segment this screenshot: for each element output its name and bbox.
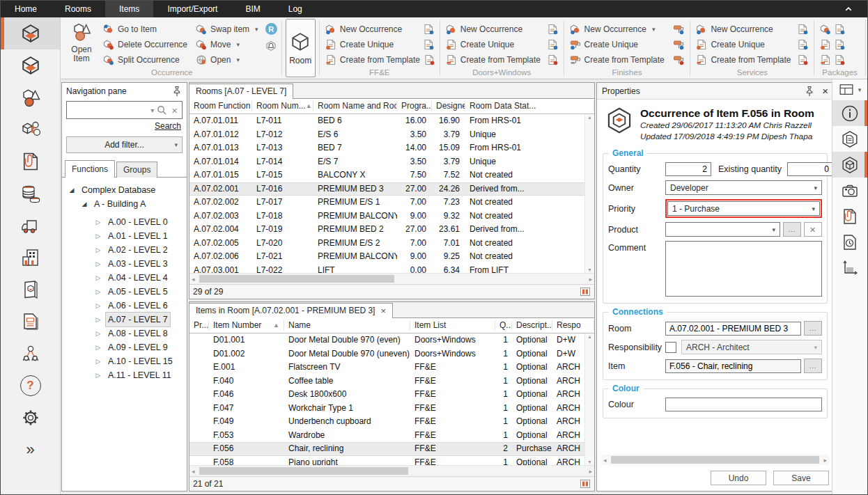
item-data-panel-button[interactable] [832, 126, 867, 152]
tree-item-root[interactable]: ◢ Complex Database [62, 183, 187, 197]
open-item-button[interactable]: Open Item [67, 19, 96, 66]
module-item-relations-button[interactable] [1, 113, 60, 146]
notification-cube-icon[interactable] [265, 40, 277, 52]
table-row[interactable]: A.07.02.003L7-018PREMIUM BALCONY 1 9.009… [189, 210, 594, 223]
collapse-ribbon-button[interactable] [830, 1, 867, 17]
column-header-room-name[interactable]: Room Name and Roo... [313, 101, 397, 111]
module-items-button[interactable] [1, 81, 60, 113]
column-header-quantity[interactable]: Q... [495, 320, 512, 331]
doc-minus-icon[interactable] [797, 39, 808, 50]
tree-item-level[interactable]: ▷ A.02 - LEVEL 2 [62, 243, 187, 257]
tree-collapsed-icon[interactable]: ▷ [94, 327, 102, 340]
tree-collapsed-icon[interactable]: ▷ [94, 271, 102, 285]
close-tab-icon[interactable]: × [380, 306, 386, 315]
column-header-priority[interactable]: Pr... [189, 320, 209, 331]
column-header-responsibility[interactable]: Respo [552, 320, 594, 331]
tree-item-building[interactable]: ◢ A - Building A [62, 197, 187, 211]
split-occurrence-button[interactable]: Split Occurrence [102, 52, 189, 68]
table-row[interactable]: F.040Coffee tableFF&E 1OptionalARCH [189, 375, 594, 388]
column-header-room-data-status[interactable]: Room Data Stat... [465, 101, 594, 111]
tree-item-level[interactable]: ▷ A.09 - LEVEL 9 [62, 340, 187, 354]
scrollbar-thumb[interactable] [199, 467, 408, 475]
tree-collapsed-icon[interactable]: ▷ [94, 243, 102, 257]
colour-input[interactable] [665, 398, 822, 411]
open-dropdown[interactable]: Open ▾ [194, 52, 260, 68]
images-panel-button[interactable] [832, 178, 867, 203]
tree-item-level[interactable]: ▷ A.06 - LEVEL 6 [62, 299, 187, 313]
comment-textarea[interactable] [665, 241, 822, 297]
tab-functions[interactable]: Functions [65, 160, 115, 178]
column-header-description[interactable]: Descript... [512, 320, 552, 331]
history-panel-button[interactable] [832, 229, 867, 255]
doc-edit-icon[interactable] [547, 24, 558, 35]
module-rooms-button[interactable] [1, 17, 60, 49]
properties-horizontal-scrollbar[interactable]: ◂ ▸ [601, 455, 829, 465]
package-doc-minus-icon[interactable] [834, 39, 845, 50]
table-row[interactable]: A.07.01.011L7-011BED 6 16.0016.90From HR… [189, 114, 594, 128]
tree-item-level[interactable]: ▷ A.03 - LEVEL 3 [62, 257, 187, 271]
table-row[interactable]: F.046Desk 1800x600FF&E 1OptionalARCH [189, 388, 594, 402]
column-header-designed[interactable]: Designe... [432, 101, 465, 111]
table-row[interactable]: A.07.02.004L7-019PREMIUM BED 2 27.0023.6… [189, 223, 594, 237]
undo-button[interactable]: Undo [711, 471, 766, 485]
module-help-button[interactable]: ? [1, 370, 60, 402]
menu-items[interactable]: Items [105, 1, 153, 17]
add-filter-dropdown[interactable]: Add filter... ▾ [66, 136, 183, 153]
package-doc-edit-icon[interactable] [834, 24, 845, 35]
tree-collapsed-icon[interactable]: ▷ [94, 285, 102, 299]
close-panel-icon[interactable]: × [822, 85, 828, 97]
search-input[interactable] [67, 105, 148, 115]
tree-collapsed-icon[interactable]: ▷ [94, 340, 102, 354]
attachments-panel-button[interactable] [832, 203, 867, 229]
items-vertical-scrollbar[interactable]: ▴ ▾ [584, 333, 594, 465]
tree-item-level[interactable]: ▷ A.10 - LEVEL 15 [62, 354, 187, 368]
search-icon[interactable] [156, 104, 167, 116]
module-buildings-button[interactable] [1, 242, 60, 274]
tree-collapsed-icon[interactable]: ▷ [94, 368, 102, 382]
expand-sidebar-button[interactable]: » [1, 434, 60, 466]
rooms-tab[interactable]: Rooms [A.07 - LEVEL 7] [189, 84, 293, 99]
responsibility-checkbox[interactable] [665, 342, 676, 353]
table-row[interactable]: A.07.01.013L7-013BED 7 14.0015.09From HR… [189, 141, 594, 155]
roller-delete-icon[interactable] [673, 54, 684, 65]
scrollbar-thumb[interactable] [611, 456, 820, 464]
column-header-item-list[interactable]: Item List [410, 320, 495, 331]
tree-item-level[interactable]: ▷ A.00 - LEVEL 0 [62, 215, 187, 229]
item-browse-button[interactable]: ... [804, 359, 822, 373]
dimensions-panel-button[interactable] [832, 255, 867, 281]
search-history-caret-icon[interactable]: ▾ [148, 107, 156, 114]
doc-minus-icon[interactable] [547, 39, 558, 50]
table-row[interactable]: A.07.02.005L7-020PREMIUM E/S 2 7.007.01N… [189, 237, 594, 251]
table-row[interactable]: A.07.02.001L7-016PREMIUM BED 3 27.0024.2… [189, 182, 594, 196]
package-create-unique-icon[interactable] [820, 39, 831, 50]
table-row[interactable]: A.07.02.006L7-021PREMIUM BALCONY 2 9.009… [189, 250, 594, 264]
occurrence-panel-button[interactable] [832, 152, 867, 178]
quantity-input[interactable] [665, 162, 711, 176]
existing-quantity-input[interactable] [787, 162, 833, 176]
doc-edit-icon[interactable] [797, 24, 808, 35]
tree-collapsed-icon[interactable]: ▷ [94, 229, 102, 243]
doc-edit-icon[interactable] [423, 24, 434, 35]
tree-collapsed-icon[interactable]: ▷ [94, 257, 102, 271]
product-browse-button[interactable]: ... [783, 222, 801, 237]
search-link[interactable]: Search [155, 121, 181, 131]
column-header-room-function[interactable]: Room Function #: [189, 101, 252, 111]
table-row[interactable]: D01.002Door Metal Double 970 (uneven)Doo… [189, 347, 594, 361]
package-doc-delete-icon[interactable] [834, 54, 845, 65]
tree-item-level[interactable]: ▷ A.01 - LEVEL 1 [62, 229, 187, 243]
roller-edit-icon[interactable] [673, 24, 684, 35]
finishes-create-from-template-button[interactable]: Create from Template [568, 52, 686, 68]
menu-bim[interactable]: BIM [231, 1, 274, 17]
tree-collapsed-icon[interactable]: ▷ [94, 354, 102, 368]
tree-collapsed-icon[interactable]: ▷ [94, 215, 102, 229]
column-header-programmed[interactable]: Progra... [397, 101, 432, 111]
table-row[interactable]: D01.001Door Metal Double 970 (even)Doors… [189, 333, 594, 347]
module-finance-button[interactable] [1, 178, 60, 210]
tree-item-level[interactable]: ▷ A.07 - LEVEL 7 [62, 313, 187, 327]
table-row[interactable]: F.049Underbench cupboardFF&E 1OptionalAR… [189, 415, 594, 429]
pin-icon[interactable] [804, 86, 815, 97]
swap-item-dropdown[interactable]: Swap item ▾ [194, 22, 260, 37]
tree-expanded-icon[interactable]: ◢ [80, 197, 88, 211]
ffe-create-from-template-button[interactable]: Create from Template [324, 52, 435, 68]
tree-item-level[interactable]: ▷ A.11 - LEVEL 11 [62, 368, 187, 382]
